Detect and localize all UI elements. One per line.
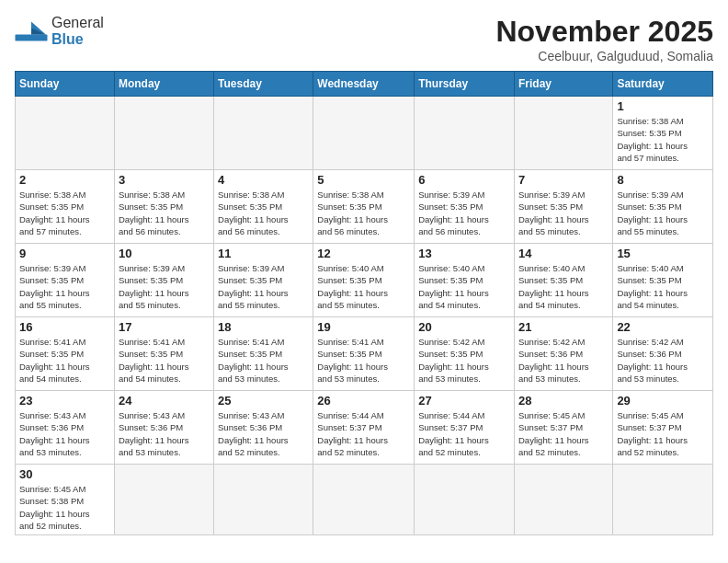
calendar-cell xyxy=(415,97,515,170)
calendar-cell: 19Sunrise: 5:41 AMSunset: 5:35 PMDayligh… xyxy=(313,317,415,391)
day-info: Sunrise: 5:42 AMSunset: 5:35 PMDaylight:… xyxy=(418,336,510,385)
day-info: Sunrise: 5:38 AMSunset: 5:35 PMDaylight:… xyxy=(218,189,309,237)
week-row-2: 2Sunrise: 5:38 AMSunset: 5:35 PMDaylight… xyxy=(16,170,713,244)
day-number: 11 xyxy=(218,247,309,260)
day-number: 9 xyxy=(19,247,110,260)
calendar-cell: 1Sunrise: 5:38 AMSunset: 5:35 PMDaylight… xyxy=(613,97,713,170)
calendar-cell: 15Sunrise: 5:40 AMSunset: 5:35 PMDayligh… xyxy=(613,244,713,317)
calendar-cell: 7Sunrise: 5:39 AMSunset: 5:35 PMDaylight… xyxy=(514,170,612,244)
week-row-5: 23Sunrise: 5:43 AMSunset: 5:36 PMDayligh… xyxy=(16,391,713,465)
day-info: Sunrise: 5:38 AMSunset: 5:35 PMDaylight:… xyxy=(119,189,210,237)
day-number: 8 xyxy=(617,173,709,187)
week-row-6: 30Sunrise: 5:45 AMSunset: 5:38 PMDayligh… xyxy=(16,465,713,535)
day-info: Sunrise: 5:44 AMSunset: 5:37 PMDaylight:… xyxy=(317,409,410,458)
day-number: 13 xyxy=(418,247,510,260)
calendar-cell: 26Sunrise: 5:44 AMSunset: 5:37 PMDayligh… xyxy=(313,391,415,465)
calendar-cell: 11Sunrise: 5:39 AMSunset: 5:35 PMDayligh… xyxy=(214,244,313,317)
day-number: 15 xyxy=(617,247,709,260)
day-number: 10 xyxy=(119,247,210,260)
week-row-4: 16Sunrise: 5:41 AMSunset: 5:35 PMDayligh… xyxy=(16,317,713,391)
day-info: Sunrise: 5:38 AMSunset: 5:35 PMDaylight:… xyxy=(317,189,410,237)
calendar-cell: 16Sunrise: 5:41 AMSunset: 5:35 PMDayligh… xyxy=(16,317,115,391)
calendar-cell: 23Sunrise: 5:43 AMSunset: 5:36 PMDayligh… xyxy=(16,391,115,465)
calendar-cell: 10Sunrise: 5:39 AMSunset: 5:35 PMDayligh… xyxy=(114,244,213,317)
day-number: 5 xyxy=(317,173,410,187)
day-number: 14 xyxy=(518,247,609,260)
calendar-cell: 13Sunrise: 5:40 AMSunset: 5:35 PMDayligh… xyxy=(415,244,515,317)
day-info: Sunrise: 5:41 AMSunset: 5:35 PMDaylight:… xyxy=(218,336,309,385)
day-number: 26 xyxy=(317,394,410,408)
day-number: 12 xyxy=(317,247,410,260)
day-number: 29 xyxy=(617,394,709,408)
calendar-cell xyxy=(114,465,213,535)
day-info: Sunrise: 5:40 AMSunset: 5:35 PMDaylight:… xyxy=(518,262,609,311)
day-info: Sunrise: 5:38 AMSunset: 5:35 PMDaylight:… xyxy=(19,189,110,237)
day-info: Sunrise: 5:42 AMSunset: 5:36 PMDaylight:… xyxy=(518,336,609,385)
logo: General Blue xyxy=(15,15,104,47)
weekday-header-friday: Friday xyxy=(514,72,612,97)
day-number: 28 xyxy=(518,394,609,408)
calendar-cell: 24Sunrise: 5:43 AMSunset: 5:36 PMDayligh… xyxy=(114,391,213,465)
svg-rect-3 xyxy=(16,34,48,40)
day-number: 22 xyxy=(617,320,709,334)
week-row-1: 1Sunrise: 5:38 AMSunset: 5:35 PMDaylight… xyxy=(16,97,713,170)
day-number: 3 xyxy=(119,173,210,187)
day-info: Sunrise: 5:43 AMSunset: 5:36 PMDaylight:… xyxy=(218,409,309,458)
calendar-cell: 8Sunrise: 5:39 AMSunset: 5:35 PMDaylight… xyxy=(613,170,713,244)
calendar-cell xyxy=(313,465,415,535)
day-info: Sunrise: 5:39 AMSunset: 5:35 PMDaylight:… xyxy=(617,189,709,237)
calendar-cell xyxy=(214,97,313,170)
logo-icon xyxy=(15,18,48,44)
day-info: Sunrise: 5:41 AMSunset: 5:35 PMDaylight:… xyxy=(119,336,210,385)
calendar-cell: 30Sunrise: 5:45 AMSunset: 5:38 PMDayligh… xyxy=(16,465,115,535)
day-info: Sunrise: 5:39 AMSunset: 5:35 PMDaylight:… xyxy=(19,262,110,311)
calendar-cell: 18Sunrise: 5:41 AMSunset: 5:35 PMDayligh… xyxy=(214,317,313,391)
weekday-header-row: SundayMondayTuesdayWednesdayThursdayFrid… xyxy=(16,72,713,97)
calendar-cell: 6Sunrise: 5:39 AMSunset: 5:35 PMDaylight… xyxy=(415,170,515,244)
day-info: Sunrise: 5:39 AMSunset: 5:35 PMDaylight:… xyxy=(418,189,510,237)
calendar-cell xyxy=(16,97,115,170)
day-info: Sunrise: 5:40 AMSunset: 5:35 PMDaylight:… xyxy=(317,262,410,311)
day-info: Sunrise: 5:42 AMSunset: 5:36 PMDaylight:… xyxy=(617,336,709,385)
calendar-cell xyxy=(415,465,515,535)
day-number: 4 xyxy=(218,173,309,187)
calendar-cell xyxy=(514,465,612,535)
day-number: 2 xyxy=(19,173,110,187)
weekday-header-wednesday: Wednesday xyxy=(313,72,415,97)
day-number: 6 xyxy=(418,173,510,187)
day-info: Sunrise: 5:41 AMSunset: 5:35 PMDaylight:… xyxy=(317,336,410,385)
calendar-cell: 21Sunrise: 5:42 AMSunset: 5:36 PMDayligh… xyxy=(514,317,612,391)
calendar-cell xyxy=(114,97,213,170)
calendar-cell: 9Sunrise: 5:39 AMSunset: 5:35 PMDaylight… xyxy=(16,244,115,317)
page-header: General Blue November 2025 Ceelbuur, Gal… xyxy=(15,15,713,63)
day-number: 19 xyxy=(317,320,410,334)
location-subtitle: Ceelbuur, Galguduud, Somalia xyxy=(495,49,713,63)
day-number: 17 xyxy=(119,320,210,334)
calendar-cell: 5Sunrise: 5:38 AMSunset: 5:35 PMDaylight… xyxy=(313,170,415,244)
calendar-cell: 12Sunrise: 5:40 AMSunset: 5:35 PMDayligh… xyxy=(313,244,415,317)
calendar-cell: 17Sunrise: 5:41 AMSunset: 5:35 PMDayligh… xyxy=(114,317,213,391)
day-info: Sunrise: 5:45 AMSunset: 5:37 PMDaylight:… xyxy=(518,409,609,458)
title-block: November 2025 Ceelbuur, Galguduud, Somal… xyxy=(495,15,713,63)
weekday-header-monday: Monday xyxy=(114,72,213,97)
weekday-header-sunday: Sunday xyxy=(16,72,115,97)
day-info: Sunrise: 5:43 AMSunset: 5:36 PMDaylight:… xyxy=(119,409,210,458)
day-number: 18 xyxy=(218,320,309,334)
day-info: Sunrise: 5:39 AMSunset: 5:35 PMDaylight:… xyxy=(119,262,210,311)
day-number: 16 xyxy=(19,320,110,334)
calendar-cell xyxy=(214,465,313,535)
calendar-cell: 2Sunrise: 5:38 AMSunset: 5:35 PMDaylight… xyxy=(16,170,115,244)
calendar-cell: 3Sunrise: 5:38 AMSunset: 5:35 PMDaylight… xyxy=(114,170,213,244)
day-info: Sunrise: 5:45 AMSunset: 5:37 PMDaylight:… xyxy=(617,409,709,458)
calendar-cell: 29Sunrise: 5:45 AMSunset: 5:37 PMDayligh… xyxy=(613,391,713,465)
day-number: 25 xyxy=(218,394,309,408)
day-number: 27 xyxy=(418,394,510,408)
day-number: 30 xyxy=(19,467,110,481)
day-info: Sunrise: 5:39 AMSunset: 5:35 PMDaylight:… xyxy=(218,262,309,311)
day-info: Sunrise: 5:45 AMSunset: 5:38 PMDaylight:… xyxy=(19,483,110,532)
weekday-header-thursday: Thursday xyxy=(415,72,515,97)
day-info: Sunrise: 5:41 AMSunset: 5:35 PMDaylight:… xyxy=(19,336,110,385)
week-row-3: 9Sunrise: 5:39 AMSunset: 5:35 PMDaylight… xyxy=(16,244,713,317)
day-number: 20 xyxy=(418,320,510,334)
calendar-cell xyxy=(514,97,612,170)
